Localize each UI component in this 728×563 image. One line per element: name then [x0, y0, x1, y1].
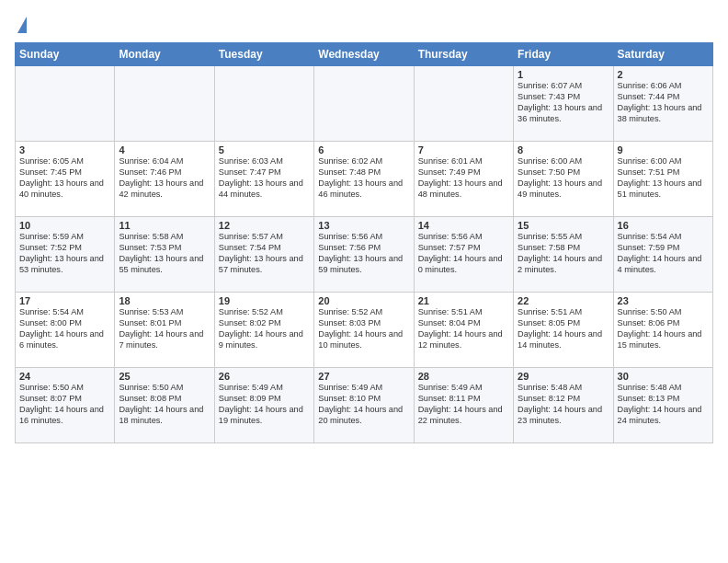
- day-number: 24: [19, 371, 110, 382]
- day-number: 9: [618, 144, 709, 155]
- calendar-cell: 23Sunrise: 5:50 AMSunset: 8:06 PMDayligh…: [613, 293, 712, 368]
- calendar-cell: 21Sunrise: 5:51 AMSunset: 8:04 PMDayligh…: [414, 293, 513, 368]
- day-info-line: Daylight: 13 hours and 49 minutes.: [518, 178, 609, 201]
- day-number: 2: [618, 69, 709, 80]
- day-number: 22: [518, 295, 609, 306]
- calendar-cell: 28Sunrise: 5:49 AMSunset: 8:11 PMDayligh…: [414, 368, 513, 443]
- day-info-line: Sunset: 7:58 PM: [518, 243, 609, 254]
- day-info-line: Sunrise: 5:56 AM: [418, 232, 509, 243]
- day-info-line: Sunrise: 6:05 AM: [19, 156, 110, 167]
- day-info-line: Sunset: 7:49 PM: [418, 167, 509, 178]
- day-info-line: Daylight: 14 hours and 16 minutes.: [19, 405, 110, 427]
- day-info-line: Sunset: 8:08 PM: [119, 394, 210, 405]
- day-info-line: Sunrise: 5:54 AM: [618, 232, 709, 243]
- day-info-line: Sunrise: 5:52 AM: [318, 307, 409, 318]
- day-info-line: Sunset: 7:48 PM: [318, 167, 409, 178]
- day-info-line: Sunset: 7:47 PM: [219, 167, 310, 178]
- calendar-cell: 17Sunrise: 5:54 AMSunset: 8:00 PMDayligh…: [16, 293, 115, 368]
- day-info-line: Sunrise: 5:52 AM: [219, 307, 310, 318]
- calendar-cell: 2Sunrise: 6:06 AMSunset: 7:44 PMDaylight…: [613, 66, 712, 142]
- day-info-line: Daylight: 14 hours and 24 minutes.: [618, 405, 709, 427]
- day-info-line: Sunset: 8:01 PM: [119, 318, 210, 329]
- day-info-line: Sunset: 8:00 PM: [19, 318, 110, 329]
- day-info-line: Daylight: 13 hours and 40 minutes.: [19, 178, 110, 201]
- calendar-cell: 3Sunrise: 6:05 AMSunset: 7:45 PMDaylight…: [16, 142, 115, 217]
- day-info-line: Sunrise: 6:02 AM: [318, 156, 409, 167]
- logo-triangle-icon: [17, 17, 27, 33]
- day-info-line: Sunrise: 6:07 AM: [518, 81, 609, 92]
- day-number: 27: [318, 371, 409, 382]
- day-info-line: Daylight: 13 hours and 59 minutes.: [318, 254, 409, 276]
- day-info-line: Daylight: 13 hours and 42 minutes.: [119, 178, 210, 201]
- day-info-line: Sunrise: 5:57 AM: [219, 232, 310, 243]
- day-number: 18: [119, 295, 210, 306]
- day-info-line: Sunset: 8:03 PM: [318, 318, 409, 329]
- day-info-line: Daylight: 13 hours and 38 minutes.: [618, 103, 709, 125]
- day-info-line: Sunset: 7:54 PM: [219, 243, 310, 254]
- day-number: 26: [219, 371, 310, 382]
- calendar-cell: 26Sunrise: 5:49 AMSunset: 8:09 PMDayligh…: [214, 368, 313, 443]
- calendar-cell: 27Sunrise: 5:49 AMSunset: 8:10 PMDayligh…: [314, 368, 414, 443]
- day-info-line: Sunset: 7:57 PM: [418, 243, 509, 254]
- page: SundayMondayTuesdayWednesdayThursdayFrid…: [0, 0, 728, 563]
- calendar-cell: 12Sunrise: 5:57 AMSunset: 7:54 PMDayligh…: [214, 217, 313, 293]
- day-number: 17: [19, 295, 110, 306]
- calendar-week-row: 24Sunrise: 5:50 AMSunset: 8:07 PMDayligh…: [16, 368, 713, 443]
- day-info-line: Daylight: 14 hours and 18 minutes.: [119, 405, 210, 427]
- day-number: 25: [119, 371, 210, 382]
- day-number: 5: [219, 144, 310, 155]
- day-info-line: Daylight: 14 hours and 15 minutes.: [618, 329, 709, 351]
- day-info-line: Daylight: 13 hours and 53 minutes.: [19, 254, 110, 276]
- day-info-line: Sunrise: 5:58 AM: [119, 232, 210, 243]
- header: [15, 15, 713, 33]
- day-info-line: Sunrise: 5:48 AM: [618, 383, 709, 394]
- day-info-line: Sunrise: 6:03 AM: [219, 156, 310, 167]
- col-header-sunday: Sunday: [16, 43, 115, 66]
- day-info-line: Sunset: 8:09 PM: [219, 394, 310, 405]
- calendar-cell: 11Sunrise: 5:58 AMSunset: 7:53 PMDayligh…: [115, 217, 214, 293]
- day-number: 20: [318, 295, 409, 306]
- day-number: 6: [318, 144, 409, 155]
- day-number: 29: [518, 371, 609, 382]
- calendar-cell: 22Sunrise: 5:51 AMSunset: 8:05 PMDayligh…: [514, 293, 613, 368]
- calendar-header-row: SundayMondayTuesdayWednesdayThursdayFrid…: [16, 43, 713, 66]
- day-info-line: Sunrise: 5:50 AM: [119, 383, 210, 394]
- calendar-week-row: 17Sunrise: 5:54 AMSunset: 8:00 PMDayligh…: [16, 293, 713, 368]
- day-number: 3: [19, 144, 110, 155]
- day-number: 14: [418, 220, 509, 231]
- day-info-line: Daylight: 14 hours and 20 minutes.: [318, 405, 409, 427]
- day-info-line: Daylight: 14 hours and 4 minutes.: [618, 254, 709, 276]
- calendar-cell: 18Sunrise: 5:53 AMSunset: 8:01 PMDayligh…: [115, 293, 214, 368]
- day-info-line: Sunset: 7:45 PM: [19, 167, 110, 178]
- calendar-cell: [16, 66, 115, 142]
- col-header-monday: Monday: [115, 43, 214, 66]
- calendar-cell: 20Sunrise: 5:52 AMSunset: 8:03 PMDayligh…: [314, 293, 414, 368]
- day-number: 13: [318, 220, 409, 231]
- day-info-line: Sunrise: 5:56 AM: [318, 232, 409, 243]
- calendar-cell: [214, 66, 313, 142]
- day-info-line: Daylight: 14 hours and 23 minutes.: [518, 405, 609, 427]
- day-info-line: Sunrise: 5:55 AM: [518, 232, 609, 243]
- calendar-cell: [115, 66, 214, 142]
- day-info-line: Sunrise: 6:04 AM: [119, 156, 210, 167]
- day-info-line: Sunset: 8:10 PM: [318, 394, 409, 405]
- day-number: 15: [518, 220, 609, 231]
- day-info-line: Sunrise: 6:06 AM: [618, 81, 709, 92]
- col-header-tuesday: Tuesday: [214, 43, 313, 66]
- logo: [15, 18, 27, 33]
- day-info-line: Sunrise: 6:00 AM: [518, 156, 609, 167]
- day-info-line: Sunrise: 6:01 AM: [418, 156, 509, 167]
- day-info-line: Daylight: 13 hours and 57 minutes.: [219, 254, 310, 276]
- day-number: 1: [518, 69, 609, 80]
- day-info-line: Daylight: 14 hours and 19 minutes.: [219, 405, 310, 427]
- day-info-line: Sunset: 8:05 PM: [518, 318, 609, 329]
- day-info-line: Sunset: 7:59 PM: [618, 243, 709, 254]
- calendar-cell: 7Sunrise: 6:01 AMSunset: 7:49 PMDaylight…: [414, 142, 513, 217]
- day-number: 30: [618, 371, 709, 382]
- day-info-line: Daylight: 14 hours and 9 minutes.: [219, 329, 310, 351]
- col-header-friday: Friday: [514, 43, 613, 66]
- calendar-table: SundayMondayTuesdayWednesdayThursdayFrid…: [15, 42, 713, 443]
- day-info-line: Daylight: 13 hours and 55 minutes.: [119, 254, 210, 276]
- calendar-cell: 6Sunrise: 6:02 AMSunset: 7:48 PMDaylight…: [314, 142, 414, 217]
- calendar-cell: 15Sunrise: 5:55 AMSunset: 7:58 PMDayligh…: [514, 217, 613, 293]
